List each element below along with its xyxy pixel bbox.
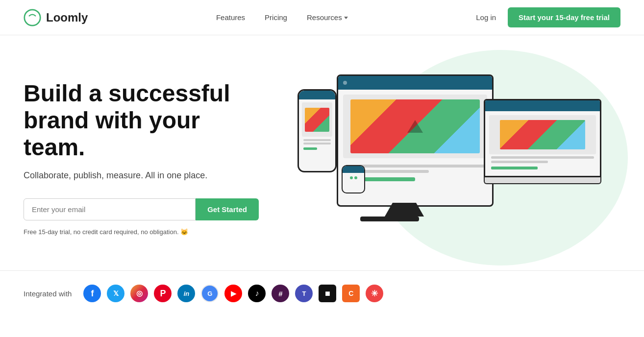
laptop-line-2: [491, 161, 548, 163]
email-input[interactable]: [24, 198, 196, 220]
phone-line-1: [303, 139, 331, 141]
tiktok-icon: ♪: [248, 285, 266, 302]
phone-lines: [302, 137, 332, 150]
hero-right: [278, 65, 620, 251]
monitor-card: [343, 95, 487, 158]
get-started-button[interactable]: Get Started: [196, 198, 259, 220]
phone-art: [305, 108, 329, 132]
nav-pricing[interactable]: Pricing: [265, 13, 287, 22]
phone-device: [297, 89, 337, 172]
laptop-device: [484, 99, 601, 184]
nav-resources-dropdown[interactable]: Resources: [307, 13, 348, 22]
laptop-body: [485, 111, 600, 176]
integration-label: Integrated with: [24, 289, 72, 298]
buffer-icon: ■: [319, 285, 336, 302]
phone-line-2: [303, 143, 331, 144]
watch-device: [342, 165, 365, 193]
svg-point-0: [25, 9, 40, 25]
phone-card: [302, 102, 332, 137]
laptop-lines: [489, 154, 596, 169]
logo-link[interactable]: Loomly: [24, 9, 88, 26]
twitter-icon: 𝕏: [107, 285, 124, 302]
hero-left: Build a successful brand with your team.…: [24, 80, 278, 236]
watch-dots: [344, 176, 363, 179]
phone-line-green: [303, 147, 317, 150]
slack-icon: #: [272, 285, 289, 302]
watch-dot-2: [354, 176, 357, 179]
integration-icons: f 𝕏 ◎ P in G ▶ ♪ # T ■ C ✳: [83, 285, 383, 302]
monitor-bar: [338, 76, 492, 90]
zapier-icon: ✳: [366, 285, 383, 302]
watch-bar: [343, 166, 364, 173]
google-mybusiness-icon: G: [201, 285, 219, 302]
hero-headline: Build a successful brand with your team.: [24, 80, 259, 161]
instagram-icon: ◎: [130, 285, 148, 302]
navbar: Loomly Features Pricing Resources Log in…: [0, 0, 644, 35]
monitor-dot: [343, 81, 347, 85]
nav-links: Features Pricing Resources: [216, 13, 348, 22]
laptop-card: [489, 115, 596, 154]
devices-illustration: [297, 70, 601, 246]
laptop-art: [500, 120, 585, 149]
start-trial-button[interactable]: Start your 15-day free trial: [508, 7, 620, 27]
laptop-line-green: [491, 167, 538, 169]
laptop-base: [484, 177, 601, 184]
monitor-art: [350, 99, 480, 154]
linkedin-icon: in: [177, 285, 195, 302]
watch-body: [343, 173, 364, 181]
laptop-bar: [485, 100, 600, 111]
microsoft-teams-icon: T: [295, 285, 313, 302]
canva-icon: C: [342, 285, 360, 302]
monitor-line-1: [346, 165, 485, 168]
youtube-icon: ▶: [224, 285, 242, 302]
logo-icon: [24, 9, 41, 26]
integration-strip: Integrated with f 𝕏 ◎ P in G ▶ ♪ # T ■ C…: [0, 270, 644, 316]
watch-dot-1: [350, 176, 353, 179]
nav-actions: Log in Start your 15-day free trial: [476, 7, 620, 27]
hero-form: Get Started: [24, 198, 259, 220]
logo-text: Loomly: [46, 11, 88, 24]
facebook-icon: f: [83, 285, 101, 302]
pinterest-icon: P: [154, 285, 172, 302]
monitor-base: [360, 217, 419, 221]
nav-features[interactable]: Features: [216, 13, 245, 22]
laptop-line-1: [491, 156, 594, 159]
phone-body: [299, 99, 335, 153]
phone-bar: [299, 91, 335, 99]
hero-disclaimer: Free 15-day trial, no credit card requir…: [24, 228, 259, 236]
chevron-down-icon: [344, 17, 348, 19]
hero-section: Build a successful brand with your team.…: [0, 35, 644, 270]
login-link[interactable]: Log in: [476, 13, 496, 22]
hero-subheadline: Collaborate, publish, measure. All in on…: [24, 170, 259, 181]
laptop-screen: [484, 99, 601, 177]
